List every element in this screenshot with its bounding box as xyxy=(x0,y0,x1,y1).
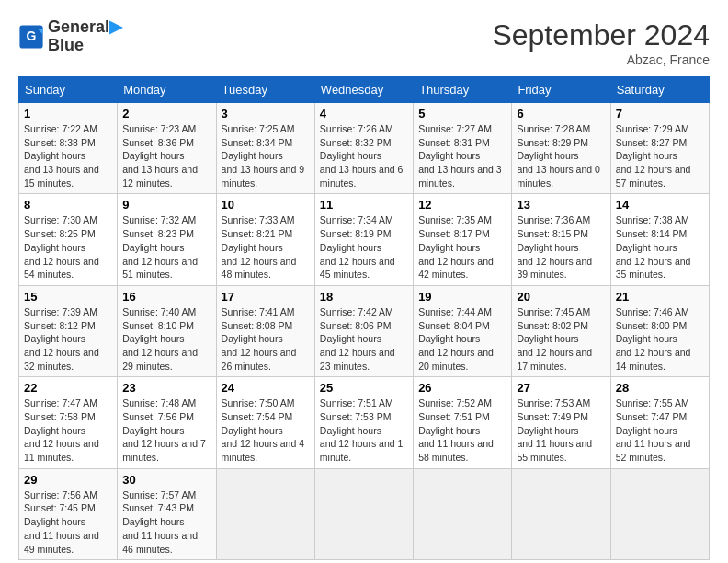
svg-text:G: G xyxy=(27,29,37,43)
calendar-day-cell: 29 Sunrise: 7:56 AM Sunset: 7:45 PM Dayl… xyxy=(19,468,118,559)
calendar-day-cell xyxy=(512,468,610,559)
header-saturday: Saturday xyxy=(610,77,709,103)
day-number: 7 xyxy=(616,107,704,121)
day-info: Sunrise: 7:42 AM Sunset: 8:06 PM Dayligh… xyxy=(320,305,408,373)
calendar-week-row: 1 Sunrise: 7:22 AM Sunset: 8:38 PM Dayli… xyxy=(19,103,710,194)
day-number: 17 xyxy=(222,290,310,304)
calendar-week-row: 22 Sunrise: 7:47 AM Sunset: 7:58 PM Dayl… xyxy=(19,377,710,468)
header-friday: Friday xyxy=(512,77,610,103)
day-info: Sunrise: 7:39 AM Sunset: 8:12 PM Dayligh… xyxy=(24,305,112,373)
day-info: Sunrise: 7:34 AM Sunset: 8:19 PM Dayligh… xyxy=(320,213,408,281)
page-header: G General▶ Blue September 2024 Abzac, Fr… xyxy=(18,18,710,67)
calendar-week-row: 29 Sunrise: 7:56 AM Sunset: 7:45 PM Dayl… xyxy=(19,468,710,559)
calendar-table: Sunday Monday Tuesday Wednesday Thursday… xyxy=(18,76,710,560)
header-monday: Monday xyxy=(118,77,216,103)
day-number: 15 xyxy=(24,290,112,304)
day-info: Sunrise: 7:57 AM Sunset: 7:43 PM Dayligh… xyxy=(122,488,210,556)
logo-text: General▶ Blue xyxy=(48,18,122,55)
location-subtitle: Abzac, France xyxy=(492,52,710,67)
day-number: 18 xyxy=(320,290,408,304)
day-info: Sunrise: 7:41 AM Sunset: 8:08 PM Dayligh… xyxy=(222,305,310,373)
calendar-day-cell: 20 Sunrise: 7:45 AM Sunset: 8:02 PM Dayl… xyxy=(512,285,610,376)
day-number: 2 xyxy=(122,107,210,121)
day-number: 8 xyxy=(24,198,112,212)
logo-icon: G xyxy=(18,24,44,50)
calendar-day-cell xyxy=(414,468,512,559)
calendar-week-row: 15 Sunrise: 7:39 AM Sunset: 8:12 PM Dayl… xyxy=(19,285,710,376)
calendar-day-cell: 16 Sunrise: 7:40 AM Sunset: 8:10 PM Dayl… xyxy=(118,285,216,376)
day-info: Sunrise: 7:23 AM Sunset: 8:36 PM Dayligh… xyxy=(122,122,210,190)
month-title: September 2024 xyxy=(492,18,710,52)
calendar-day-cell: 25 Sunrise: 7:51 AM Sunset: 7:53 PM Dayl… xyxy=(314,377,413,468)
day-info: Sunrise: 7:50 AM Sunset: 7:54 PM Dayligh… xyxy=(222,396,310,464)
day-info: Sunrise: 7:53 AM Sunset: 7:49 PM Dayligh… xyxy=(517,396,605,464)
day-info: Sunrise: 7:52 AM Sunset: 7:51 PM Dayligh… xyxy=(418,396,506,464)
day-info: Sunrise: 7:35 AM Sunset: 8:17 PM Dayligh… xyxy=(418,213,506,281)
day-info: Sunrise: 7:38 AM Sunset: 8:14 PM Dayligh… xyxy=(616,213,704,281)
day-number: 16 xyxy=(122,290,210,304)
calendar-day-cell: 1 Sunrise: 7:22 AM Sunset: 8:38 PM Dayli… xyxy=(19,103,118,194)
calendar-day-cell: 11 Sunrise: 7:34 AM Sunset: 8:19 PM Dayl… xyxy=(314,194,413,285)
day-info: Sunrise: 7:55 AM Sunset: 7:47 PM Dayligh… xyxy=(616,396,704,464)
calendar-day-cell: 18 Sunrise: 7:42 AM Sunset: 8:06 PM Dayl… xyxy=(314,285,413,376)
header-sunday: Sunday xyxy=(19,77,118,103)
day-info: Sunrise: 7:22 AM Sunset: 8:38 PM Dayligh… xyxy=(24,122,112,190)
calendar-day-cell: 24 Sunrise: 7:50 AM Sunset: 7:54 PM Dayl… xyxy=(216,377,314,468)
day-info: Sunrise: 7:32 AM Sunset: 8:23 PM Dayligh… xyxy=(122,213,210,281)
day-number: 23 xyxy=(122,381,210,395)
day-info: Sunrise: 7:29 AM Sunset: 8:27 PM Dayligh… xyxy=(616,122,704,190)
day-number: 29 xyxy=(24,473,112,487)
day-number: 27 xyxy=(517,381,605,395)
calendar-day-cell: 26 Sunrise: 7:52 AM Sunset: 7:51 PM Dayl… xyxy=(414,377,512,468)
day-number: 10 xyxy=(222,198,310,212)
calendar-day-cell: 3 Sunrise: 7:25 AM Sunset: 8:34 PM Dayli… xyxy=(216,103,314,194)
day-number: 9 xyxy=(122,198,210,212)
day-info: Sunrise: 7:47 AM Sunset: 7:58 PM Dayligh… xyxy=(24,396,112,464)
day-info: Sunrise: 7:45 AM Sunset: 8:02 PM Dayligh… xyxy=(517,305,605,373)
day-info: Sunrise: 7:56 AM Sunset: 7:45 PM Dayligh… xyxy=(24,488,112,556)
day-info: Sunrise: 7:26 AM Sunset: 8:32 PM Dayligh… xyxy=(320,122,408,190)
day-info: Sunrise: 7:48 AM Sunset: 7:56 PM Dayligh… xyxy=(122,396,210,464)
calendar-day-cell: 15 Sunrise: 7:39 AM Sunset: 8:12 PM Dayl… xyxy=(19,285,118,376)
day-info: Sunrise: 7:30 AM Sunset: 8:25 PM Dayligh… xyxy=(24,213,112,281)
calendar-day-cell: 5 Sunrise: 7:27 AM Sunset: 8:31 PM Dayli… xyxy=(414,103,512,194)
calendar-day-cell: 7 Sunrise: 7:29 AM Sunset: 8:27 PM Dayli… xyxy=(610,103,709,194)
calendar-header-row: Sunday Monday Tuesday Wednesday Thursday… xyxy=(19,77,710,103)
day-number: 24 xyxy=(222,381,310,395)
calendar-day-cell: 2 Sunrise: 7:23 AM Sunset: 8:36 PM Dayli… xyxy=(118,103,216,194)
calendar-day-cell: 12 Sunrise: 7:35 AM Sunset: 8:17 PM Dayl… xyxy=(414,194,512,285)
day-number: 4 xyxy=(320,107,408,121)
day-number: 21 xyxy=(616,290,704,304)
title-block: September 2024 Abzac, France xyxy=(492,18,710,67)
calendar-day-cell: 27 Sunrise: 7:53 AM Sunset: 7:49 PM Dayl… xyxy=(512,377,610,468)
calendar-day-cell: 19 Sunrise: 7:44 AM Sunset: 8:04 PM Dayl… xyxy=(414,285,512,376)
day-info: Sunrise: 7:33 AM Sunset: 8:21 PM Dayligh… xyxy=(222,213,310,281)
calendar-day-cell: 9 Sunrise: 7:32 AM Sunset: 8:23 PM Dayli… xyxy=(118,194,216,285)
header-tuesday: Tuesday xyxy=(216,77,314,103)
calendar-day-cell xyxy=(314,468,413,559)
day-info: Sunrise: 7:28 AM Sunset: 8:29 PM Dayligh… xyxy=(517,122,605,190)
day-info: Sunrise: 7:27 AM Sunset: 8:31 PM Dayligh… xyxy=(418,122,506,190)
day-number: 25 xyxy=(320,381,408,395)
day-number: 13 xyxy=(517,198,605,212)
day-info: Sunrise: 7:51 AM Sunset: 7:53 PM Dayligh… xyxy=(320,396,408,464)
calendar-day-cell: 22 Sunrise: 7:47 AM Sunset: 7:58 PM Dayl… xyxy=(19,377,118,468)
day-info: Sunrise: 7:40 AM Sunset: 8:10 PM Dayligh… xyxy=(122,305,210,373)
day-number: 5 xyxy=(418,107,506,121)
day-number: 20 xyxy=(517,290,605,304)
day-number: 1 xyxy=(24,107,112,121)
calendar-week-row: 8 Sunrise: 7:30 AM Sunset: 8:25 PM Dayli… xyxy=(19,194,710,285)
day-info: Sunrise: 7:25 AM Sunset: 8:34 PM Dayligh… xyxy=(222,122,310,190)
day-number: 14 xyxy=(616,198,704,212)
day-number: 11 xyxy=(320,198,408,212)
calendar-day-cell xyxy=(216,468,314,559)
day-number: 30 xyxy=(122,473,210,487)
header-thursday: Thursday xyxy=(414,77,512,103)
calendar-day-cell: 17 Sunrise: 7:41 AM Sunset: 8:08 PM Dayl… xyxy=(216,285,314,376)
day-number: 3 xyxy=(222,107,310,121)
day-number: 28 xyxy=(616,381,704,395)
calendar-day-cell: 13 Sunrise: 7:36 AM Sunset: 8:15 PM Dayl… xyxy=(512,194,610,285)
header-wednesday: Wednesday xyxy=(314,77,413,103)
day-info: Sunrise: 7:46 AM Sunset: 8:00 PM Dayligh… xyxy=(616,305,704,373)
day-number: 6 xyxy=(517,107,605,121)
